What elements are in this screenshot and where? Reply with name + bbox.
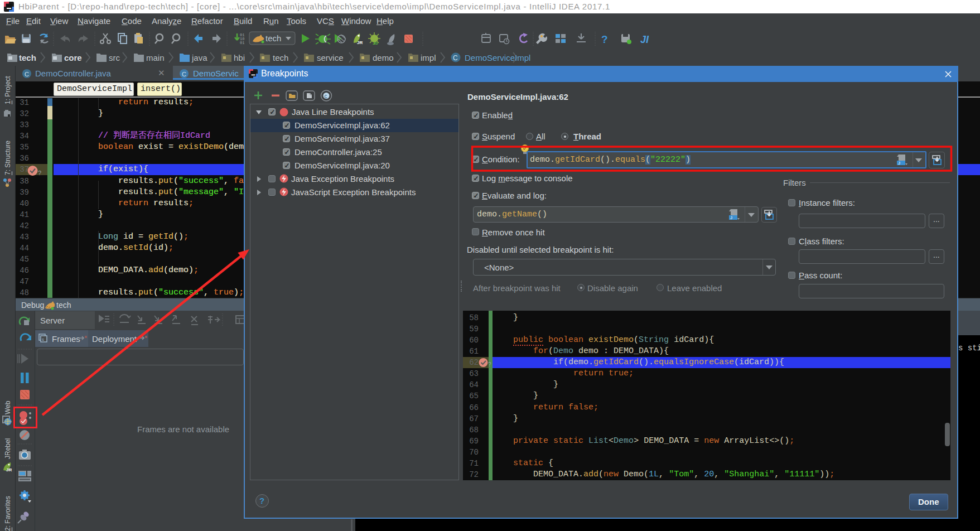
svg-text:?: ? [601,33,608,45]
svg-text:c: c [325,93,327,99]
svg-text:s: s [42,337,44,342]
svg-text:JI: JI [640,34,649,45]
svg-text:A: A [175,35,178,41]
svg-text:C: C [453,54,458,62]
svg-text:?: ? [38,170,41,176]
svg-text:Jb: Jb [373,41,378,46]
svg-text:?: ? [488,361,491,368]
svg-text:JR: JR [6,467,12,472]
svg-text:J: J [898,161,900,166]
svg-text:01: 01 [240,41,244,45]
svg-text:C: C [182,71,186,78]
svg-text:C: C [25,71,29,78]
svg-text:tech: tech [265,33,281,43]
svg-text:J: J [730,215,732,220]
svg-text:JR: JR [357,40,363,45]
